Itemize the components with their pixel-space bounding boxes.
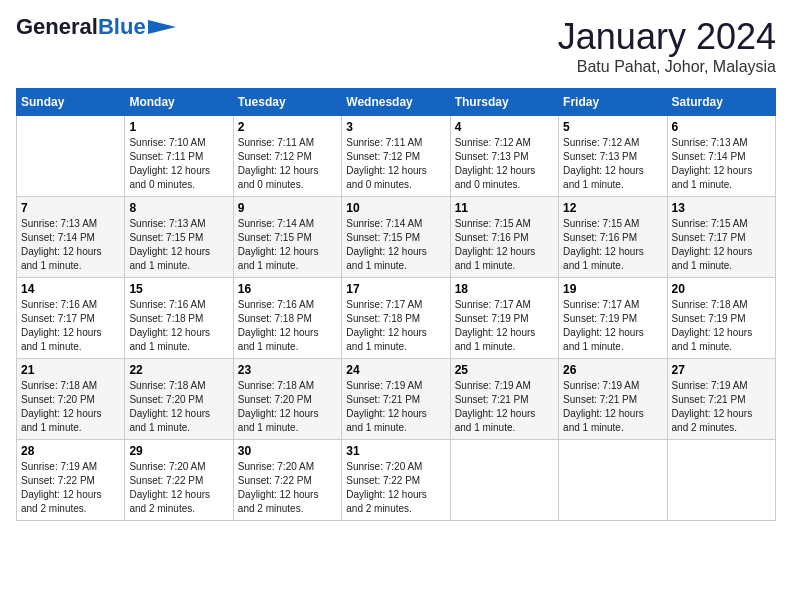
calendar-week-row: 1Sunrise: 7:10 AMSunset: 7:11 PMDaylight…: [17, 116, 776, 197]
calendar-cell: 22Sunrise: 7:18 AMSunset: 7:20 PMDayligh…: [125, 359, 233, 440]
calendar-cell: 1Sunrise: 7:10 AMSunset: 7:11 PMDaylight…: [125, 116, 233, 197]
day-info: Sunrise: 7:18 AMSunset: 7:20 PMDaylight:…: [238, 379, 337, 435]
day-number: 12: [563, 201, 662, 215]
day-number: 28: [21, 444, 120, 458]
day-number: 7: [21, 201, 120, 215]
day-of-week-header: Wednesday: [342, 89, 450, 116]
page-title: January 2024: [558, 16, 776, 58]
calendar-cell: 12Sunrise: 7:15 AMSunset: 7:16 PMDayligh…: [559, 197, 667, 278]
day-info: Sunrise: 7:16 AMSunset: 7:18 PMDaylight:…: [129, 298, 228, 354]
calendar-header-row: SundayMondayTuesdayWednesdayThursdayFrid…: [17, 89, 776, 116]
day-info: Sunrise: 7:13 AMSunset: 7:15 PMDaylight:…: [129, 217, 228, 273]
day-info: Sunrise: 7:18 AMSunset: 7:19 PMDaylight:…: [672, 298, 771, 354]
day-number: 18: [455, 282, 554, 296]
calendar-cell: 19Sunrise: 7:17 AMSunset: 7:19 PMDayligh…: [559, 278, 667, 359]
day-info: Sunrise: 7:11 AMSunset: 7:12 PMDaylight:…: [346, 136, 445, 192]
calendar-cell: 28Sunrise: 7:19 AMSunset: 7:22 PMDayligh…: [17, 440, 125, 521]
calendar-week-row: 7Sunrise: 7:13 AMSunset: 7:14 PMDaylight…: [17, 197, 776, 278]
day-number: 24: [346, 363, 445, 377]
calendar-cell: 15Sunrise: 7:16 AMSunset: 7:18 PMDayligh…: [125, 278, 233, 359]
day-info: Sunrise: 7:19 AMSunset: 7:21 PMDaylight:…: [672, 379, 771, 435]
day-info: Sunrise: 7:10 AMSunset: 7:11 PMDaylight:…: [129, 136, 228, 192]
calendar-cell: 5Sunrise: 7:12 AMSunset: 7:13 PMDaylight…: [559, 116, 667, 197]
day-info: Sunrise: 7:14 AMSunset: 7:15 PMDaylight:…: [346, 217, 445, 273]
logo: GeneralBlue: [16, 16, 176, 38]
day-info: Sunrise: 7:13 AMSunset: 7:14 PMDaylight:…: [672, 136, 771, 192]
calendar-cell: 4Sunrise: 7:12 AMSunset: 7:13 PMDaylight…: [450, 116, 558, 197]
day-info: Sunrise: 7:15 AMSunset: 7:17 PMDaylight:…: [672, 217, 771, 273]
day-info: Sunrise: 7:15 AMSunset: 7:16 PMDaylight:…: [455, 217, 554, 273]
calendar-week-row: 21Sunrise: 7:18 AMSunset: 7:20 PMDayligh…: [17, 359, 776, 440]
calendar-cell: 6Sunrise: 7:13 AMSunset: 7:14 PMDaylight…: [667, 116, 775, 197]
day-number: 30: [238, 444, 337, 458]
day-number: 17: [346, 282, 445, 296]
day-number: 19: [563, 282, 662, 296]
day-info: Sunrise: 7:20 AMSunset: 7:22 PMDaylight:…: [129, 460, 228, 516]
day-number: 16: [238, 282, 337, 296]
calendar-cell: 14Sunrise: 7:16 AMSunset: 7:17 PMDayligh…: [17, 278, 125, 359]
day-of-week-header: Monday: [125, 89, 233, 116]
calendar-cell: 16Sunrise: 7:16 AMSunset: 7:18 PMDayligh…: [233, 278, 341, 359]
day-info: Sunrise: 7:16 AMSunset: 7:17 PMDaylight:…: [21, 298, 120, 354]
day-number: 22: [129, 363, 228, 377]
day-info: Sunrise: 7:11 AMSunset: 7:12 PMDaylight:…: [238, 136, 337, 192]
logo-text: GeneralBlue: [16, 16, 146, 38]
calendar-week-row: 28Sunrise: 7:19 AMSunset: 7:22 PMDayligh…: [17, 440, 776, 521]
day-info: Sunrise: 7:19 AMSunset: 7:22 PMDaylight:…: [21, 460, 120, 516]
calendar-cell: [450, 440, 558, 521]
calendar-cell: 8Sunrise: 7:13 AMSunset: 7:15 PMDaylight…: [125, 197, 233, 278]
day-number: 2: [238, 120, 337, 134]
calendar-table: SundayMondayTuesdayWednesdayThursdayFrid…: [16, 88, 776, 521]
day-number: 25: [455, 363, 554, 377]
calendar-cell: 10Sunrise: 7:14 AMSunset: 7:15 PMDayligh…: [342, 197, 450, 278]
calendar-cell: [667, 440, 775, 521]
day-number: 5: [563, 120, 662, 134]
calendar-week-row: 14Sunrise: 7:16 AMSunset: 7:17 PMDayligh…: [17, 278, 776, 359]
calendar-cell: 20Sunrise: 7:18 AMSunset: 7:19 PMDayligh…: [667, 278, 775, 359]
day-number: 13: [672, 201, 771, 215]
day-number: 20: [672, 282, 771, 296]
day-number: 8: [129, 201, 228, 215]
page-subtitle: Batu Pahat, Johor, Malaysia: [558, 58, 776, 76]
calendar-cell: 3Sunrise: 7:11 AMSunset: 7:12 PMDaylight…: [342, 116, 450, 197]
day-info: Sunrise: 7:17 AMSunset: 7:19 PMDaylight:…: [455, 298, 554, 354]
day-number: 4: [455, 120, 554, 134]
title-block: January 2024 Batu Pahat, Johor, Malaysia: [558, 16, 776, 76]
calendar-cell: 27Sunrise: 7:19 AMSunset: 7:21 PMDayligh…: [667, 359, 775, 440]
day-info: Sunrise: 7:19 AMSunset: 7:21 PMDaylight:…: [455, 379, 554, 435]
calendar-cell: 31Sunrise: 7:20 AMSunset: 7:22 PMDayligh…: [342, 440, 450, 521]
calendar-cell: 23Sunrise: 7:18 AMSunset: 7:20 PMDayligh…: [233, 359, 341, 440]
day-number: 31: [346, 444, 445, 458]
calendar-cell: 2Sunrise: 7:11 AMSunset: 7:12 PMDaylight…: [233, 116, 341, 197]
day-info: Sunrise: 7:12 AMSunset: 7:13 PMDaylight:…: [563, 136, 662, 192]
day-of-week-header: Friday: [559, 89, 667, 116]
svg-marker-0: [148, 20, 176, 34]
day-number: 1: [129, 120, 228, 134]
calendar-cell: 24Sunrise: 7:19 AMSunset: 7:21 PMDayligh…: [342, 359, 450, 440]
calendar-cell: [17, 116, 125, 197]
day-number: 11: [455, 201, 554, 215]
calendar-cell: 11Sunrise: 7:15 AMSunset: 7:16 PMDayligh…: [450, 197, 558, 278]
day-of-week-header: Sunday: [17, 89, 125, 116]
day-info: Sunrise: 7:13 AMSunset: 7:14 PMDaylight:…: [21, 217, 120, 273]
day-info: Sunrise: 7:19 AMSunset: 7:21 PMDaylight:…: [346, 379, 445, 435]
calendar-cell: 17Sunrise: 7:17 AMSunset: 7:18 PMDayligh…: [342, 278, 450, 359]
day-of-week-header: Saturday: [667, 89, 775, 116]
calendar-cell: 18Sunrise: 7:17 AMSunset: 7:19 PMDayligh…: [450, 278, 558, 359]
day-number: 3: [346, 120, 445, 134]
day-number: 29: [129, 444, 228, 458]
day-number: 15: [129, 282, 228, 296]
calendar-cell: 9Sunrise: 7:14 AMSunset: 7:15 PMDaylight…: [233, 197, 341, 278]
day-info: Sunrise: 7:18 AMSunset: 7:20 PMDaylight:…: [129, 379, 228, 435]
day-number: 14: [21, 282, 120, 296]
day-info: Sunrise: 7:18 AMSunset: 7:20 PMDaylight:…: [21, 379, 120, 435]
day-number: 23: [238, 363, 337, 377]
day-info: Sunrise: 7:15 AMSunset: 7:16 PMDaylight:…: [563, 217, 662, 273]
day-info: Sunrise: 7:20 AMSunset: 7:22 PMDaylight:…: [346, 460, 445, 516]
day-number: 26: [563, 363, 662, 377]
calendar-cell: [559, 440, 667, 521]
day-info: Sunrise: 7:17 AMSunset: 7:18 PMDaylight:…: [346, 298, 445, 354]
day-number: 6: [672, 120, 771, 134]
calendar-cell: 25Sunrise: 7:19 AMSunset: 7:21 PMDayligh…: [450, 359, 558, 440]
calendar-cell: 26Sunrise: 7:19 AMSunset: 7:21 PMDayligh…: [559, 359, 667, 440]
